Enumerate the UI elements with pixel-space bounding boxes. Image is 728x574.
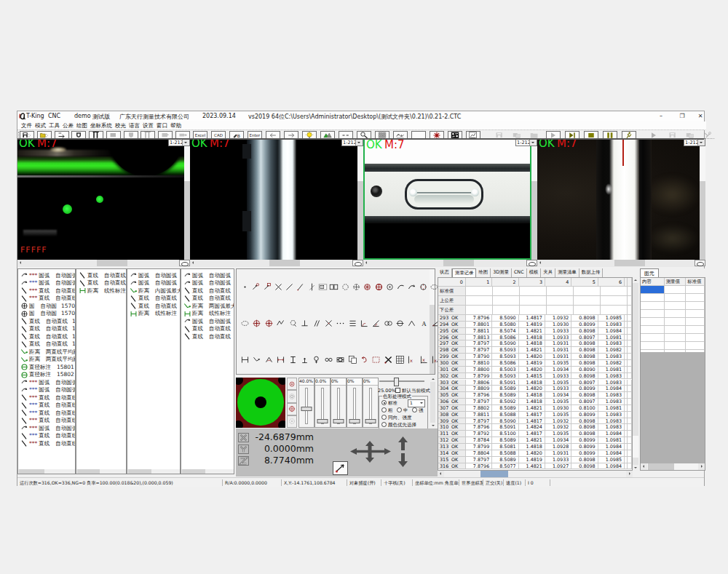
table-cell[interactable]: 1.0981 bbox=[598, 367, 625, 373]
table-cell[interactable]: 1.0983 bbox=[598, 380, 625, 386]
table-hscrollbar[interactable] bbox=[438, 471, 633, 477]
element-cell[interactable] bbox=[641, 334, 665, 342]
table-cell[interactable]: 8.5089 bbox=[492, 386, 518, 392]
table-row[interactable]: 311OK7.87928.51001.48171.09350.80981.098… bbox=[438, 431, 632, 437]
element-cell[interactable] bbox=[665, 310, 687, 318]
table-row-label-cell[interactable]: 293OK bbox=[438, 315, 466, 322]
light-mode-quad-icon[interactable] bbox=[287, 403, 297, 415]
table-row[interactable]: 标准值 bbox=[438, 287, 632, 296]
table-cell[interactable] bbox=[520, 296, 547, 306]
table-row-label-cell[interactable]: 309OK bbox=[438, 418, 466, 425]
table-row-label-cell[interactable]: 310OK bbox=[438, 424, 466, 431]
axis-y-button[interactable] bbox=[238, 445, 249, 454]
list-item[interactable]: ***直线自动直线 bbox=[20, 295, 76, 303]
table-cell[interactable]: 8.5092 bbox=[492, 399, 518, 405]
table-row[interactable]: 297OK7.87978.50901.48181.09310.80981.098… bbox=[438, 340, 632, 347]
table-row[interactable]: 298OK7.87978.50931.48211.09310.80981.098… bbox=[438, 347, 632, 354]
palette-tool-arc-icon[interactable] bbox=[396, 281, 405, 290]
table-cell[interactable] bbox=[547, 296, 574, 306]
menu-item-10[interactable]: 帮助 bbox=[169, 122, 183, 129]
table-cell[interactable]: 1.0983 bbox=[598, 392, 625, 399]
tab-CNC[interactable]: CNC bbox=[512, 268, 527, 277]
table-cell[interactable]: 0.8099 bbox=[571, 437, 598, 444]
table-cell[interactable]: 1.0933 bbox=[545, 457, 571, 463]
table-cell[interactable]: 1.4820 bbox=[519, 386, 545, 392]
table-cell[interactable]: 1.0983 bbox=[598, 354, 625, 360]
table-cell[interactable]: 7.8796 bbox=[466, 392, 492, 399]
element-cell[interactable] bbox=[686, 318, 705, 326]
palette-tool-dist-h-icon[interactable] bbox=[240, 354, 250, 363]
table-cell[interactable]: 0.8098 bbox=[571, 424, 598, 431]
element-cell[interactable] bbox=[641, 318, 665, 326]
scroll-right-arrow-icon[interactable] bbox=[698, 463, 705, 470]
combobox-dropdown-icon[interactable] bbox=[182, 139, 189, 146]
table-cell[interactable]: 1.0982 bbox=[598, 347, 625, 354]
list-item[interactable]: 圆自动圆15702 bbox=[20, 302, 76, 310]
list-hscroll-thumb[interactable] bbox=[128, 469, 151, 474]
element-row[interactable] bbox=[641, 342, 705, 350]
camera-hscroll-thumb[interactable] bbox=[443, 260, 474, 266]
table-cell[interactable]: 1.0983 bbox=[598, 322, 625, 328]
table-cell[interactable]: 1.0984 bbox=[598, 450, 625, 457]
palette-tool-box-pair-icon[interactable] bbox=[329, 281, 339, 290]
table-cell[interactable]: 7.8784 bbox=[466, 437, 492, 444]
palette-tool-pick-edge-icon[interactable] bbox=[251, 281, 261, 290]
list-item[interactable]: ***直线自动直线 bbox=[20, 287, 76, 295]
table-row-label-cell[interactable]: 297OK bbox=[438, 340, 466, 347]
table-cell[interactable]: 8.5074 bbox=[492, 328, 518, 335]
table-cell[interactable]: 8.5088 bbox=[492, 412, 518, 418]
list-item[interactable]: 直线自动直线15 bbox=[20, 325, 76, 333]
palette-tool-copy-icon[interactable] bbox=[348, 354, 357, 363]
list-item[interactable]: 距离两直线平均距 bbox=[20, 356, 76, 364]
table-cell[interactable]: 7.8800 bbox=[466, 367, 492, 373]
default-mode-checkbox[interactable] bbox=[395, 388, 400, 393]
table-cell[interactable]: 1.0931 bbox=[545, 450, 571, 457]
palette-tool-coord-x2-icon[interactable]: x bbox=[419, 354, 429, 363]
table-row[interactable]: 315OK7.87978.50891.48191.09330.80981.098… bbox=[438, 457, 632, 463]
table-cell[interactable]: 8.5090 bbox=[492, 418, 518, 425]
table-cell[interactable]: 1.0930 bbox=[545, 405, 571, 412]
table-cell[interactable] bbox=[493, 306, 520, 315]
element-row[interactable] bbox=[641, 326, 705, 334]
palette-tool-cross-line-icon[interactable] bbox=[274, 281, 283, 290]
palette-tool-circle-pair-icon[interactable] bbox=[384, 317, 393, 327]
list-item[interactable]: 直线自动直线31 bbox=[78, 271, 127, 279]
table-cell[interactable]: 7.8797 bbox=[466, 347, 492, 354]
table-cell[interactable]: 7.8790 bbox=[466, 354, 492, 360]
scroll-left-arrow-icon[interactable] bbox=[17, 260, 24, 266]
list-item[interactable]: 距离内圆弧最大距 bbox=[129, 287, 181, 295]
list-item[interactable]: ***圆弧自动圆弧 bbox=[20, 386, 76, 394]
table-cell[interactable]: 8.5088 bbox=[492, 450, 518, 457]
table-cell[interactable]: 8.5091 bbox=[492, 424, 518, 431]
table-cell[interactable]: 1.0935 bbox=[545, 412, 571, 418]
selected-cell[interactable] bbox=[641, 286, 665, 294]
table-row-label-cell[interactable]: 307OK bbox=[438, 405, 466, 412]
list-item[interactable]: 距离线性标注55 bbox=[183, 310, 234, 318]
light-slider-thumb[interactable] bbox=[349, 419, 360, 423]
table-cell[interactable] bbox=[493, 296, 520, 306]
table-cell[interactable]: 7.8796 bbox=[466, 463, 492, 470]
table-cell[interactable]: 0.8097 bbox=[571, 380, 598, 386]
table-row[interactable]: 302OK7.87998.50931.48151.09330.80981.098… bbox=[438, 373, 632, 380]
element-hscrollbar[interactable] bbox=[641, 463, 705, 470]
table-row-label-cell[interactable]: 306OK bbox=[438, 399, 466, 405]
table-cell[interactable]: 1.0931 bbox=[545, 354, 571, 360]
camera-lens-combobox[interactable]: 1-212 bbox=[341, 138, 363, 146]
light-mode-dots-icon[interactable] bbox=[287, 415, 297, 428]
table-cell[interactable]: 1.0985 bbox=[598, 315, 625, 322]
table-row[interactable]: 316OK7.87968.50771.48211.09270.80981.098… bbox=[438, 463, 632, 470]
list-item[interactable]: 直线自动直线15 bbox=[20, 317, 76, 325]
list-item[interactable]: 直线自动直线15 bbox=[20, 340, 76, 348]
table-cell[interactable]: 7.8792 bbox=[466, 431, 492, 437]
table-cell[interactable]: 7.8806 bbox=[466, 380, 492, 386]
tab-夹具[interactable]: 夹具 bbox=[541, 268, 555, 277]
table-cell[interactable] bbox=[601, 306, 628, 315]
table-cell[interactable]: 1.4821 bbox=[519, 405, 545, 412]
close-button[interactable]: ✕ bbox=[695, 112, 706, 121]
mode-combobox[interactable]: 1 bbox=[408, 399, 425, 407]
table-cell[interactable]: 1.4819 bbox=[519, 457, 545, 463]
table-cell[interactable]: 1.4821 bbox=[519, 328, 545, 335]
table-cell[interactable]: 1.4817 bbox=[519, 418, 545, 425]
table-cell[interactable]: 8.5093 bbox=[492, 347, 518, 354]
light-slider-3[interactable]: 0% bbox=[331, 378, 347, 428]
